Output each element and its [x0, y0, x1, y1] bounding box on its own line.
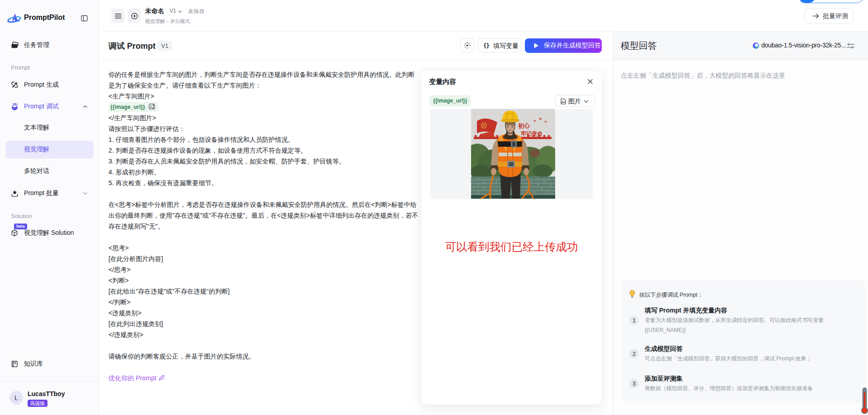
svg-text:牢记使命: 牢记使命 [521, 131, 542, 137]
svg-text:初心: 初心 [518, 122, 530, 129]
